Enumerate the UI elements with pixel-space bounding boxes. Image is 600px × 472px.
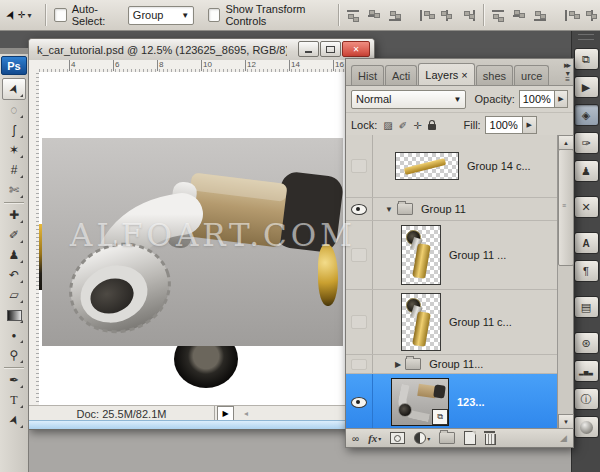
- expand-triangle-icon[interactable]: ▶: [395, 360, 401, 369]
- visibility-toggle[interactable]: [346, 374, 373, 429]
- group-row[interactable]: ▶ Group 11...: [346, 355, 573, 374]
- horizontal-scrollbar[interactable]: [29, 420, 374, 429]
- tab-clone-source[interactable]: urce: [514, 65, 549, 85]
- lock-pixels-icon[interactable]: ✐: [399, 120, 407, 131]
- history-brush-tool[interactable]: ↶: [3, 265, 25, 285]
- lock-all-icon[interactable]: [428, 124, 436, 130]
- dock-grip[interactable]: [578, 34, 594, 40]
- scrollbar-thumb[interactable]: ≡: [558, 149, 574, 266]
- status-popup-button[interactable]: ▶: [217, 406, 234, 421]
- scroll-up-icon[interactable]: ▲: [558, 135, 574, 150]
- healing-brush-tool[interactable]: ✚: [3, 205, 25, 225]
- layer-row[interactable]: Group 11 c...: [346, 290, 573, 355]
- paragraph-panel-button[interactable]: ¶: [574, 260, 599, 282]
- lock-position-icon[interactable]: ✛: [413, 120, 421, 131]
- group-row[interactable]: ▼ Group 11: [346, 198, 573, 221]
- visibility-toggle[interactable]: [346, 221, 373, 289]
- marquee-tool[interactable]: ◌: [3, 100, 25, 120]
- clone-stamp-tool[interactable]: ♟: [3, 245, 25, 265]
- new-group-icon[interactable]: [439, 432, 455, 444]
- delete-layer-icon[interactable]: [485, 432, 496, 445]
- visibility-toggle[interactable]: [346, 198, 373, 220]
- eraser-tool[interactable]: ▱: [3, 285, 25, 305]
- tab-brushes[interactable]: shes: [476, 65, 513, 85]
- canvas-image[interactable]: [42, 138, 343, 346]
- distribute-vertical-centers-icon[interactable]: [512, 9, 527, 22]
- color-panel-button[interactable]: [574, 416, 599, 438]
- panel-scrollbar[interactable]: ▲ ≡ ▼: [557, 135, 573, 429]
- link-layers-icon[interactable]: ∞: [352, 433, 359, 444]
- brushes-panel-button[interactable]: ✑: [574, 132, 599, 154]
- align-right-edges-icon[interactable]: [461, 9, 476, 22]
- toolbox-grip[interactable]: [0, 48, 28, 54]
- visibility-toggle[interactable]: [346, 290, 373, 354]
- auto-select-dropdown[interactable]: Group ▼: [128, 6, 194, 25]
- layer-style-fx-icon[interactable]: fx▾: [368, 432, 381, 444]
- collapse-triangle-icon[interactable]: ▼: [385, 205, 393, 214]
- crop-tool[interactable]: #: [3, 160, 25, 180]
- layer-row[interactable]: Group 11 ...: [346, 221, 573, 290]
- move-tool-preset[interactable]: ➤ ✛ ▾: [0, 8, 38, 22]
- opacity-slider-button[interactable]: ▶: [555, 90, 568, 108]
- tool-presets-panel-button[interactable]: ✕: [574, 196, 599, 218]
- distribute-horizontal-centers-icon[interactable]: [585, 9, 600, 22]
- align-horizontal-centers-icon[interactable]: [440, 9, 455, 22]
- clone-source-panel-button[interactable]: ♟: [574, 160, 599, 182]
- type-tool[interactable]: T: [3, 390, 25, 410]
- opacity-value[interactable]: 100%: [519, 90, 555, 108]
- distribute-bottom-edges-icon[interactable]: [533, 9, 548, 22]
- maximize-button[interactable]: [320, 41, 341, 57]
- lock-transparency-icon[interactable]: ▨: [383, 120, 392, 131]
- show-transform-controls-checkbox[interactable]: [208, 8, 220, 22]
- layer-thumbnail[interactable]: [401, 293, 441, 351]
- tab-layers[interactable]: Layers ×: [418, 63, 475, 85]
- pen-tool[interactable]: ✒: [3, 370, 25, 390]
- auto-select-checkbox[interactable]: [54, 8, 66, 22]
- tab-history[interactable]: Hist: [351, 65, 384, 85]
- align-bottom-edges-icon[interactable]: [388, 9, 403, 22]
- align-vertical-centers-icon[interactable]: [367, 9, 382, 22]
- layer-thumbnail[interactable]: ⧉: [391, 378, 449, 426]
- fill-slider-button[interactable]: ▶: [523, 116, 537, 134]
- blur-tool[interactable]: ●: [3, 325, 25, 345]
- distribute-top-edges-icon[interactable]: [491, 9, 506, 22]
- add-layer-mask-icon[interactable]: [390, 432, 405, 444]
- visibility-toggle[interactable]: [346, 355, 373, 373]
- layer-comps-panel-button[interactable]: ▤: [574, 296, 599, 318]
- fill-value[interactable]: 100%: [485, 116, 523, 134]
- character-panel-button[interactable]: A: [574, 232, 599, 254]
- path-selection-tool[interactable]: ➤: [3, 410, 25, 430]
- close-button[interactable]: ✕: [342, 41, 370, 57]
- panel-menu-icon[interactable]: ▾≡: [565, 71, 570, 83]
- align-top-edges-icon[interactable]: [346, 9, 361, 22]
- new-layer-icon[interactable]: [464, 431, 476, 445]
- distribute-left-edges-icon[interactable]: [564, 9, 579, 22]
- lasso-tool[interactable]: ʃ: [3, 120, 25, 140]
- layer-thumbnail[interactable]: [401, 225, 441, 285]
- panel-resize-grip[interactable]: ◢: [560, 433, 567, 443]
- info-panel-button[interactable]: ⓘ: [574, 388, 599, 410]
- brush-tool[interactable]: ✐: [3, 225, 25, 245]
- layer-thumbnail[interactable]: [395, 152, 459, 180]
- history-panel-button[interactable]: ⧉: [574, 48, 599, 70]
- tab-actions[interactable]: Acti: [385, 65, 417, 85]
- minimize-button[interactable]: [298, 41, 319, 57]
- canvas[interactable]: [39, 72, 374, 406]
- layer-row-selected[interactable]: ⧉ 123...: [346, 374, 573, 429]
- move-tool[interactable]: ➤: [2, 78, 26, 100]
- scroll-down-icon[interactable]: ▼: [558, 414, 574, 429]
- align-left-edges-icon[interactable]: [419, 9, 434, 22]
- blend-mode-dropdown[interactable]: Normal ▼: [351, 90, 466, 109]
- new-adjustment-layer-icon[interactable]: ▾: [414, 432, 430, 444]
- layer-row[interactable]: Group 14 c...: [346, 135, 573, 198]
- visibility-toggle[interactable]: [346, 135, 373, 197]
- dodge-tool[interactable]: ⚲: [3, 345, 25, 365]
- magic-wand-tool[interactable]: ✶: [3, 140, 25, 160]
- document-titlebar[interactable]: k_car_tutorial.psd @ 12.5% (123625_8695,…: [29, 39, 374, 60]
- layers-panel-button[interactable]: ◈: [574, 104, 599, 126]
- navigator-panel-button[interactable]: ⊛: [574, 332, 599, 354]
- histogram-panel-button[interactable]: ▂▅▃: [574, 360, 599, 382]
- slice-tool[interactable]: ✄: [3, 180, 25, 200]
- actions-panel-button[interactable]: ▶: [574, 76, 599, 98]
- gradient-tool[interactable]: [3, 305, 25, 325]
